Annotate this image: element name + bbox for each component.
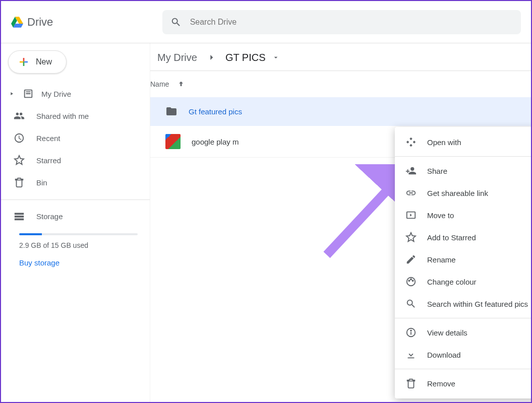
info-icon: [405, 326, 417, 339]
sidebar-item-label: Recent: [36, 134, 61, 143]
menu-item-label: Add to Starred: [427, 233, 476, 242]
menu-item-label: Rename: [427, 255, 456, 264]
storage-progress: [19, 233, 138, 235]
storage-section: Storage 2.9 GB of 15 GB used Buy storage: [1, 206, 150, 267]
folder-icon: [165, 105, 178, 117]
menu-item-get-link[interactable]: Get shareable link: [395, 182, 532, 204]
storage-label: Storage: [36, 212, 63, 221]
menu-item-search-within[interactable]: Search within Gt featured pics: [395, 293, 532, 315]
menu-item-label: Open with: [427, 138, 461, 147]
sort-arrow-up-icon: [175, 78, 187, 90]
sidebar-item-label: My Drive: [41, 90, 71, 98]
menu-item-label: Change colour: [427, 278, 477, 286]
my-drive-icon: [22, 88, 34, 100]
breadcrumb: My Drive GT PICS: [150, 43, 531, 71]
list-header[interactable]: Name: [150, 71, 531, 97]
sidebar-item-label: Shared with me: [36, 112, 89, 120]
menu-item-share[interactable]: Share: [395, 160, 532, 182]
palette-icon: [405, 276, 417, 288]
drive-logo-icon: [11, 16, 23, 28]
sidebar: New My Drive Shared with me: [1, 43, 150, 402]
pencil-icon: [405, 253, 417, 265]
svg-point-4: [410, 279, 411, 280]
file-name: google play m: [192, 138, 239, 146]
file-row-folder[interactable]: Gt featured pics: [150, 97, 531, 126]
people-icon: [13, 110, 25, 122]
column-header-name: Name: [150, 80, 169, 88]
move-to-icon: [405, 209, 417, 221]
menu-item-label: Share: [427, 167, 447, 175]
menu-item-label: View details: [427, 328, 467, 337]
star-icon: [405, 231, 417, 243]
file-name: Gt featured pics: [189, 107, 242, 116]
menu-separator: [395, 156, 532, 157]
trash-icon: [405, 377, 417, 389]
svg-point-8: [410, 330, 411, 331]
sidebar-item-my-drive[interactable]: My Drive: [1, 83, 150, 105]
sidebar-item-label: Bin: [36, 178, 47, 187]
sidebar-item-bin[interactable]: Bin: [1, 171, 150, 193]
breadcrumb-current-label: GT PICS: [225, 52, 266, 63]
sidebar-nav: My Drive Shared with me Recent Starred: [1, 83, 150, 193]
svg-point-5: [412, 280, 413, 281]
menu-item-label: Download: [427, 351, 461, 359]
plus-icon: [18, 56, 30, 68]
new-button-label: New: [36, 57, 52, 66]
sidebar-divider: [1, 199, 150, 200]
breadcrumb-current[interactable]: GT PICS: [225, 51, 282, 63]
menu-item-open-with[interactable]: Open with: [395, 131, 532, 153]
clock-icon: [13, 132, 25, 144]
caret-down-icon: [270, 51, 282, 63]
search-input[interactable]: [190, 18, 513, 27]
person-add-icon: [405, 165, 417, 177]
sidebar-item-label: Starred: [36, 156, 61, 165]
app-header: Drive: [1, 1, 531, 43]
star-icon: [13, 154, 25, 166]
storage-progress-fill: [19, 233, 42, 235]
menu-item-view-details[interactable]: View details: [395, 321, 532, 344]
search-icon: [170, 16, 182, 28]
link-icon: [405, 187, 417, 199]
storage-icon: [13, 210, 25, 222]
sidebar-item-starred[interactable]: Starred: [1, 149, 150, 171]
menu-item-move-to[interactable]: Move to: [395, 204, 532, 226]
chevron-right-icon: [205, 51, 217, 63]
menu-item-rename[interactable]: Rename: [395, 248, 532, 271]
svg-line-0: [327, 179, 397, 255]
caret-right-icon: [8, 88, 15, 100]
new-button[interactable]: New: [8, 50, 67, 74]
search-icon: [405, 298, 417, 310]
menu-item-label: Get shareable link: [427, 189, 488, 197]
search-bar[interactable]: [162, 10, 521, 34]
context-menu: Open with Share Get shareable link: [395, 127, 532, 398]
app-title: Drive: [27, 16, 53, 29]
menu-item-label: Move to: [427, 211, 454, 220]
sidebar-item-recent[interactable]: Recent: [1, 127, 150, 149]
menu-item-remove[interactable]: Remove: [395, 372, 532, 394]
menu-separator: [395, 318, 532, 318]
logo-area[interactable]: Drive: [11, 16, 162, 29]
download-icon: [405, 349, 417, 361]
breadcrumb-root[interactable]: My Drive: [157, 52, 197, 63]
menu-item-label: Remove: [427, 379, 455, 388]
menu-item-download[interactable]: Download: [395, 344, 532, 366]
sidebar-item-storage[interactable]: Storage: [13, 206, 138, 226]
open-with-icon: [405, 136, 417, 148]
menu-item-change-colour[interactable]: Change colour: [395, 271, 532, 293]
menu-separator: [395, 369, 532, 369]
storage-usage-text: 2.9 GB of 15 GB used: [19, 241, 138, 249]
image-thumbnail: [165, 134, 181, 149]
buy-storage-link[interactable]: Buy storage: [19, 258, 60, 267]
main-content: My Drive GT PICS Name Gt featur: [150, 43, 531, 402]
menu-item-label: Search within Gt featured pics: [427, 300, 528, 308]
svg-point-3: [408, 280, 409, 281]
sidebar-item-shared[interactable]: Shared with me: [1, 105, 150, 127]
trash-icon: [13, 176, 25, 188]
menu-item-add-starred[interactable]: Add to Starred: [395, 226, 532, 248]
